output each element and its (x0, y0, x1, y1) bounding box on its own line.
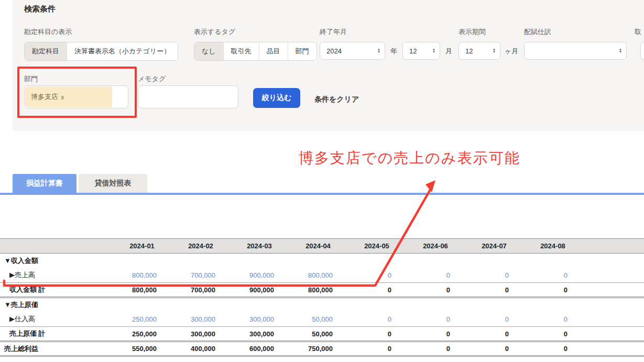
report-row-label[interactable]: ▶売上高 (0, 268, 113, 283)
period-select[interactable]: 12 ▲▼ (459, 42, 500, 60)
report-row-label[interactable]: ▶仕入高 (0, 312, 113, 327)
period-label: 表示期間 (459, 27, 486, 37)
tab-profit-loss-label: 損益計算書 (26, 179, 63, 188)
truncated-right-input[interactable] (640, 42, 644, 60)
memo-tag-label: メモタグ (138, 74, 166, 84)
end-month-select[interactable]: 12 ▲▼ (402, 42, 440, 60)
account-display-label: 勘定科目の表示 (24, 27, 72, 37)
report-value-cell (230, 298, 289, 312)
search-panel (13, 0, 644, 131)
report-value-cell[interactable]: 0 (347, 268, 406, 283)
report-value-cell[interactable]: 700,000 (171, 268, 230, 283)
report-value-cell[interactable]: 250,000 (113, 312, 171, 327)
report-column-header: 2024-06 (406, 239, 465, 254)
report-value-cell[interactable]: 900,000 (230, 268, 289, 283)
report-column-header: 2024-02 (171, 239, 230, 254)
report-value-cell (347, 254, 406, 268)
report-column-header: 2024-07 (465, 239, 523, 254)
report-value-cell: 0 (523, 342, 582, 356)
report-row-filler (582, 254, 644, 268)
tag-display-label: 表示するタグ (194, 27, 235, 37)
report-column-header: 2024-08 (523, 239, 582, 254)
truncated-field-label: 取 (635, 27, 641, 37)
report-value-cell (465, 254, 523, 268)
tag-display-option-department[interactable]: 部門 (288, 42, 316, 60)
tab-underline (0, 193, 644, 195)
report-value-cell[interactable]: 800,000 (289, 268, 347, 283)
report-row-filler (582, 268, 644, 283)
report-value-cell: 0 (347, 283, 406, 298)
report-row: 売上原価 計250,000300,000300,00050,0000000 (0, 327, 644, 342)
tag-display-option-item[interactable]: 品目 (259, 42, 288, 60)
report-value-cell[interactable]: 300,000 (230, 312, 289, 327)
report-row: ▼売上原価 (0, 298, 644, 312)
report-row: ▼収入金額 (0, 254, 644, 268)
report-value-cell[interactable]: 0 (465, 268, 523, 283)
report-value-cell: 700,000 (171, 283, 230, 298)
report-row-filler (582, 327, 644, 342)
department-tag-label: 博多支店 (31, 92, 58, 102)
report-value-cell: 800,000 (113, 283, 171, 298)
tag-display-toggle: なし 取引先 品目 部門 (194, 42, 317, 61)
report-value-cell (113, 254, 171, 268)
stepper-icon: ▲▼ (619, 48, 622, 53)
report-row: 収入金額 計800,000700,000900,000800,0000000 (0, 283, 644, 298)
report-value-cell: 0 (406, 327, 465, 342)
end-year-select[interactable]: 2024 ▲▼ (320, 42, 385, 60)
report-header-filler (582, 239, 644, 254)
end-month-value: 12 (409, 47, 430, 55)
memo-tag-input[interactable] (138, 85, 238, 108)
report-value-cell[interactable]: 0 (523, 312, 582, 327)
report-value-cell: 0 (406, 283, 465, 298)
report-value-cell: 0 (406, 342, 465, 356)
department-label: 部門 (24, 74, 38, 84)
report-column-header: 2024-03 (230, 239, 289, 254)
report-value-cell (171, 298, 230, 312)
report-value-cell: 0 (523, 327, 582, 342)
filter-button[interactable]: 絞り込む (253, 88, 300, 108)
annotation-callout: 博多支店での売上のみ表示可能 (299, 148, 520, 168)
end-month-label: 終了年月 (320, 27, 347, 37)
end-year-value: 2024 (326, 47, 375, 55)
report-row-label[interactable]: ▼収入金額 (0, 254, 113, 268)
allocation-select[interactable]: ▲▼ (524, 42, 627, 60)
report-row-label[interactable]: ▼売上原価 (0, 298, 113, 312)
report-value-cell: 0 (465, 342, 523, 356)
report-value-cell[interactable]: 300,000 (171, 312, 230, 327)
report-value-cell[interactable]: 800,000 (113, 268, 171, 283)
report-row-filler (582, 312, 644, 327)
clear-conditions-link[interactable]: 条件をクリア (314, 95, 359, 104)
report-value-cell: 0 (347, 342, 406, 356)
tab-profit-loss-statement[interactable]: 損益計算書 (13, 174, 77, 193)
allocation-label: 配賦仕訳 (524, 27, 551, 37)
report-value-cell: 400,000 (171, 342, 230, 356)
report-value-cell: 0 (465, 283, 523, 298)
report-value-cell: 300,000 (230, 327, 289, 342)
report-row: 売上総利益550,000400,000600,000750,0000000 (0, 342, 644, 356)
end-year-unit: 年 (390, 47, 397, 56)
report-value-cell[interactable]: 0 (523, 268, 582, 283)
report-row-label: 売上総利益 (0, 342, 113, 356)
report-value-cell[interactable]: 0 (406, 268, 465, 283)
department-input[interactable]: 博多支店 x (24, 85, 128, 108)
stepper-icon: ▲▼ (377, 48, 380, 53)
tag-display-option-none[interactable]: なし (194, 42, 224, 60)
report-value-cell: 0 (523, 283, 582, 298)
department-tag-remove-icon[interactable]: x (61, 93, 64, 101)
report-header-row: 2024-012024-022024-032024-042024-052024-… (0, 239, 644, 254)
account-display-option-statement-name[interactable]: 決算書表示名（小カテゴリー） (67, 42, 178, 60)
account-display-option-account[interactable]: 勘定科目 (25, 42, 67, 60)
report-value-cell: 900,000 (230, 283, 289, 298)
report-value-cell[interactable]: 0 (406, 312, 465, 327)
tab-balance-sheet[interactable]: 貸借対照表 (79, 174, 147, 193)
tag-display-option-partner[interactable]: 取引先 (224, 42, 259, 60)
stepper-icon: ▲▼ (493, 48, 496, 53)
report-value-cell (289, 254, 347, 268)
report-value-cell (347, 298, 406, 312)
report-value-cell (465, 298, 523, 312)
report-value-cell: 250,000 (113, 327, 171, 342)
report-row-label: 売上原価 計 (0, 327, 113, 342)
report-value-cell[interactable]: 0 (347, 312, 406, 327)
report-value-cell[interactable]: 50,000 (289, 312, 347, 327)
report-value-cell[interactable]: 0 (465, 312, 523, 327)
